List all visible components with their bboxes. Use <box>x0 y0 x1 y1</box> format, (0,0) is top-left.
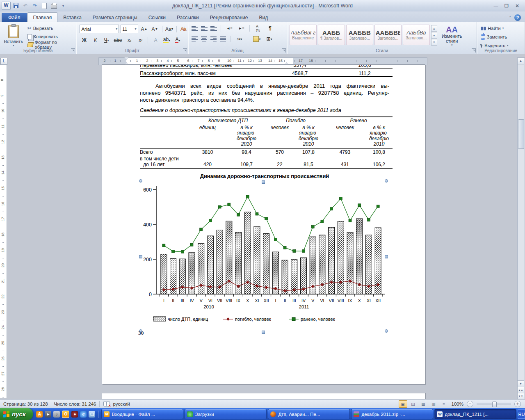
tab-главная[interactable]: Главная <box>27 12 58 22</box>
scroll-up-icon[interactable]: ▲ <box>518 58 524 64</box>
underline-button[interactable]: Ч▾ <box>102 37 111 44</box>
text-effects-button[interactable]: А <box>151 37 160 44</box>
fullscreen-view-button[interactable]: ▤ <box>409 400 418 408</box>
help-icon[interactable]: ? <box>514 14 521 21</box>
taskbar-button-downloads[interactable]: ↓Загрузки <box>185 409 267 419</box>
zoom-out-button[interactable]: − <box>467 401 473 407</box>
undo-button[interactable]: ↶ <box>21 2 30 9</box>
zoom-level[interactable]: 100% <box>452 402 463 406</box>
tab-selector-button[interactable]: L <box>0 58 7 65</box>
sort-button[interactable]: АЯ↓ <box>253 25 262 32</box>
aimp-icon[interactable]: A <box>36 411 43 418</box>
borders-button[interactable]: ⊞▾ <box>265 35 274 43</box>
change-case-button[interactable]: Аа▾ <box>165 25 174 33</box>
restore-button[interactable]: ❐ <box>502 2 511 9</box>
font-dialog-launcher[interactable] <box>183 48 187 52</box>
cut-button[interactable]: ✂Вырезать <box>26 25 76 32</box>
save-button[interactable] <box>12 2 20 9</box>
document-page[interactable]: Перевезено пассажиров, млн. человек557,4… <box>102 64 425 384</box>
taskbar-button-winrar[interactable]: декабрь 2011.zip -... <box>351 409 433 419</box>
subscript-button[interactable]: x₂ <box>125 37 134 44</box>
paste-button[interactable]: Вставить ▾ <box>2 24 25 48</box>
highlight-button[interactable]: ab▾ <box>162 37 171 44</box>
media-player-icon[interactable]: ▸ <box>45 411 51 418</box>
justify-button[interactable] <box>220 37 226 41</box>
zoom-slider[interactable] <box>477 404 511 404</box>
styles-scroll-up[interactable]: ▲ <box>431 25 437 32</box>
redo-button[interactable]: ↷ <box>31 2 39 9</box>
taskbar-button-firefox[interactable]: Дтп, Аварии... Пе... <box>268 409 350 419</box>
proofing-icon[interactable] <box>103 402 110 406</box>
grow-font-button[interactable]: А▲ <box>140 25 149 33</box>
word-app-icon[interactable]: W <box>2 2 11 10</box>
selection-handle-bottom-right[interactable] <box>385 329 388 333</box>
style-card-3[interactable]: ААББВЕЗаголово... <box>374 25 402 45</box>
shrink-font-button[interactable]: А▼ <box>151 25 160 33</box>
tab-рецензирование[interactable]: Рецензирование <box>205 13 253 22</box>
draft-view-button[interactable]: ≡ <box>440 400 448 408</box>
vertical-ruler[interactable]: 8910111213141516171819202122232425262728 <box>0 65 7 398</box>
selection-handle-top-right[interactable] <box>385 179 388 183</box>
print-preview-button[interactable] <box>50 2 58 9</box>
change-styles-button[interactable]: АА Изменить стили ▾ <box>439 24 465 48</box>
paste-dropdown-arrow[interactable]: ▾ <box>13 44 14 47</box>
tab-вставка[interactable]: Вставка <box>58 13 87 22</box>
styles-gallery-expand[interactable]: ⇳ <box>431 39 437 46</box>
multilevel-list-button[interactable] <box>210 26 217 31</box>
page-indicator[interactable]: Страница: 30 из 128 <box>0 402 48 406</box>
align-center-button[interactable] <box>201 37 207 41</box>
show-marks-button[interactable]: ¶ <box>265 25 274 32</box>
taskbar-button-word[interactable]: Wдоклад_ПК_1211 [... <box>434 409 516 419</box>
line-spacing-button[interactable]: ↕≡▾ <box>235 35 244 43</box>
scrollbar-thumb[interactable] <box>518 119 524 149</box>
font-color-button[interactable]: А▾ <box>173 37 182 44</box>
font-size-combo[interactable]: 11▾ <box>121 25 138 33</box>
chart-object[interactable]: 0200400600IIIIIIIVVVIVIIVIIIIXXXIXIIIIII… <box>141 181 386 331</box>
customize-qat-button[interactable]: ▾ <box>59 2 67 9</box>
opera-icon[interactable]: O <box>62 411 69 418</box>
style-card-1[interactable]: ААББ¶ Заголов... <box>318 25 345 45</box>
increase-indent-button[interactable]: ►≡ <box>237 25 246 32</box>
tab-ссылки[interactable]: Ссылки <box>143 13 171 22</box>
italic-button[interactable]: К <box>91 37 100 44</box>
language-bar[interactable]: RU <box>518 409 525 419</box>
vertical-scrollbar[interactable]: ▲ ▼ ▲▲ ▼▼ <box>517 57 525 400</box>
minimize-button[interactable]: — <box>491 2 500 9</box>
word-count[interactable]: Число слов: 31 246 <box>54 402 96 406</box>
tab-разметка-страницы[interactable]: Разметка страницы <box>87 13 143 22</box>
replace-button[interactable]: abacЗаменить <box>479 33 525 41</box>
style-card-4[interactable]: АаБбВвЗаголово... <box>403 25 430 45</box>
microphone-icon[interactable]: ♪ <box>53 411 60 418</box>
paragraph-dialog-launcher[interactable] <box>282 48 286 52</box>
scroll-down-icon[interactable]: ▼ <box>518 380 524 387</box>
style-card-2[interactable]: ААББВЗаголово... <box>346 25 373 45</box>
taskbar-button-mail[interactable]: ✉Входящие - Файл ... <box>101 409 183 419</box>
style-card-0[interactable]: АаБбВвГгВыделение <box>290 25 317 45</box>
minimize-ribbon-icon[interactable]: ⌃ <box>509 16 512 20</box>
align-left-button[interactable] <box>192 37 198 41</box>
align-right-button[interactable] <box>210 37 217 41</box>
start-button[interactable]: пуск <box>0 408 33 420</box>
print-layout-view-button[interactable]: ▣ <box>399 400 407 408</box>
web-layout-view-button[interactable]: ▦ <box>419 400 428 408</box>
selection-handle-middle-right[interactable] <box>385 255 388 258</box>
selection-handle-top-middle[interactable] <box>262 180 265 184</box>
strikethrough-button[interactable]: abe <box>113 37 123 44</box>
clear-formatting-button[interactable]: А̸а <box>179 25 188 33</box>
show-desktop-icon[interactable]: ▢ <box>89 411 95 418</box>
styles-dialog-launcher[interactable] <box>472 48 476 52</box>
superscript-button[interactable]: x² <box>136 37 145 44</box>
close-button[interactable]: ✕ <box>513 2 522 9</box>
selection-handle-bottom-middle[interactable] <box>262 331 265 334</box>
language-indicator[interactable]: русский <box>110 402 130 406</box>
zoom-in-button[interactable]: + <box>514 401 521 407</box>
copy-button[interactable]: Копировать <box>26 33 76 40</box>
styles-scroll-down[interactable]: ▼ <box>431 32 437 39</box>
font-name-combo[interactable]: Arial▾ <box>80 25 119 33</box>
outline-view-button[interactable]: ▥ <box>429 400 438 408</box>
tab-рассылки[interactable]: Рассылки <box>171 13 204 22</box>
tab-файл[interactable]: Файл <box>2 13 27 22</box>
bold-button[interactable]: Ж <box>80 37 89 44</box>
zoom-slider-thumb[interactable] <box>492 402 497 407</box>
browser-icon[interactable]: ● <box>71 411 78 418</box>
